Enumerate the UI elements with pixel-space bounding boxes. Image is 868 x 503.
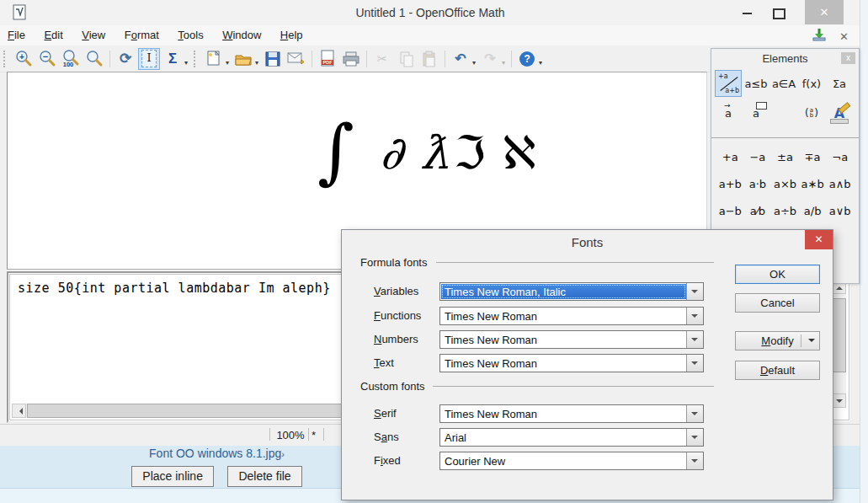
menu-file[interactable]: File — [0, 25, 33, 44]
toolbar-grip[interactable] — [3, 51, 8, 67]
op-item[interactable]: a·b — [744, 178, 772, 190]
modify-button[interactable]: Modify — [735, 331, 820, 350]
toolbar-overflow-icon[interactable]: ▾ — [184, 59, 188, 67]
chevron-down-icon[interactable] — [686, 283, 703, 300]
menu-view[interactable]: View — [74, 25, 113, 44]
category-relations[interactable]: a≤b — [743, 70, 769, 97]
scroll-down-icon[interactable] — [832, 393, 846, 408]
op-item[interactable]: a∨b — [826, 205, 854, 217]
op-item[interactable]: −a — [744, 151, 772, 163]
toolbar-separator — [445, 51, 445, 67]
export-pdf-button[interactable]: PDF — [317, 48, 338, 70]
toolbar-grip[interactable] — [194, 51, 198, 67]
zoom-in-button[interactable]: + — [13, 48, 35, 70]
cancel-button[interactable]: Cancel — [735, 293, 820, 313]
op-item[interactable]: ∓a — [799, 151, 827, 163]
help-button[interactable]: ? — [516, 48, 538, 70]
op-item[interactable]: a×b — [771, 178, 799, 190]
elements-categories-row2: a → a ( ab ) A — [711, 97, 859, 126]
elements-close-icon[interactable]: x — [841, 52, 855, 64]
default-button[interactable]: Default — [735, 361, 820, 380]
undo-dropdown-icon[interactable]: ▾ — [472, 59, 476, 67]
browser-scrollbar[interactable] — [860, 0, 868, 503]
text-combobox[interactable]: Times New Roman — [439, 354, 704, 372]
formula-cursor-toggle[interactable]: I — [138, 48, 160, 70]
title-bar[interactable]: Untitled 1 - OpenOffice Math ✕ — [0, 0, 860, 25]
chevron-down-icon[interactable] — [686, 429, 703, 446]
category-operators[interactable]: Σa — [826, 70, 853, 97]
zoom-out-button[interactable]: − — [36, 48, 58, 70]
window-title: Untitled 1 - OpenOffice Math — [0, 6, 860, 19]
place-inline-button[interactable]: Place inline — [131, 466, 214, 487]
menu-tools[interactable]: Tools — [170, 25, 210, 44]
serif-combobox[interactable]: Times New Roman — [439, 404, 704, 423]
numbers-label: Numbers — [374, 333, 418, 345]
menu-help[interactable]: Help — [273, 25, 311, 44]
print-button[interactable] — [340, 48, 362, 70]
refresh-button[interactable]: ⟳ — [114, 48, 136, 70]
close-button[interactable]: ✕ — [805, 0, 844, 24]
minimize-button[interactable] — [734, 0, 759, 24]
open-dropdown-icon[interactable]: ▾ — [255, 59, 258, 67]
category-formats[interactable]: A — [826, 99, 853, 126]
delete-file-button[interactable]: Delete file — [227, 466, 301, 487]
toolbar-overflow-icon[interactable]: ▾ — [539, 59, 542, 67]
category-set-operations[interactable]: a∈A — [770, 70, 797, 97]
vertical-scrollbar[interactable] — [832, 280, 846, 408]
ok-button[interactable]: OK — [735, 265, 820, 284]
formula-rendered: ∫ ∂ ƛ ℑ ℵ — [317, 121, 553, 185]
cut-button: ✂ — [371, 48, 393, 70]
download-update-icon[interactable] — [811, 27, 828, 45]
attachment-filename-link[interactable]: Font OO windows 8.1.jpg› — [149, 447, 285, 460]
dialog-close-icon[interactable]: ✕ — [805, 230, 833, 249]
new-document-button[interactable] — [203, 48, 225, 70]
chevron-down-icon[interactable] — [686, 405, 703, 422]
symbols-catalog-button[interactable]: Σ — [162, 48, 184, 70]
sans-combobox[interactable]: Arial — [439, 428, 704, 447]
op-item[interactable]: a/b — [799, 205, 827, 217]
menu-format[interactable]: Format — [117, 25, 167, 44]
toolbar-separator — [511, 51, 512, 67]
variables-combobox[interactable]: Times New Roman, Italic — [439, 282, 704, 301]
command-text[interactable]: size 50{int partial lambdabar Im aleph} — [18, 281, 331, 296]
category-unary-binary[interactable]: +a a+b — [715, 70, 742, 97]
zoom-fit-button[interactable] — [83, 48, 105, 70]
zoom-level[interactable]: 100% — [274, 429, 306, 441]
send-email-button[interactable] — [285, 48, 307, 70]
category-attributes[interactable]: a → — [715, 99, 742, 126]
chevron-down-icon[interactable] — [686, 355, 703, 372]
numbers-combobox[interactable]: Times New Roman — [439, 330, 704, 349]
op-item[interactable]: +a — [716, 151, 744, 163]
chevron-down-icon[interactable] — [686, 308, 703, 324]
op-item[interactable]: a+b — [716, 178, 744, 190]
op-item[interactable]: ±a — [771, 151, 799, 163]
op-item[interactable]: ¬a — [826, 151, 854, 163]
maximize-button[interactable] — [766, 0, 791, 24]
fixed-combobox[interactable]: Courier New — [439, 452, 704, 470]
category-functions[interactable]: f(x) — [798, 70, 825, 97]
menu-edit[interactable]: Edit — [36, 25, 70, 44]
chevron-down-icon[interactable] — [686, 452, 703, 469]
category-brackets[interactable]: ( ab ) — [798, 99, 825, 126]
open-button[interactable] — [232, 48, 254, 70]
op-item[interactable]: a÷b — [771, 205, 799, 217]
elements-header[interactable]: Elements x — [711, 49, 859, 67]
modify-dropdown-icon[interactable] — [808, 339, 815, 345]
zoom-100-button[interactable]: 100 — [60, 48, 82, 70]
undo-button[interactable]: ↶ — [450, 48, 471, 70]
document-close-icon[interactable]: ✕ — [839, 30, 849, 43]
op-item[interactable]: a⁄b — [744, 205, 772, 217]
scrollbar-thumb[interactable] — [832, 298, 846, 372]
new-document-dropdown-icon[interactable]: ▾ — [226, 59, 229, 67]
op-item[interactable]: a−b — [716, 205, 744, 217]
formula-fonts-group-label: Formula fonts — [360, 256, 427, 269]
chevron-down-icon[interactable] — [686, 331, 703, 348]
save-button[interactable] — [262, 48, 284, 70]
scroll-left-icon[interactable] — [12, 404, 26, 418]
category-others[interactable]: a — [743, 99, 769, 126]
functions-combobox[interactable]: Times New Roman — [439, 307, 704, 325]
link-arrow-icon: › — [281, 449, 285, 459]
op-item[interactable]: a∧b — [826, 178, 854, 190]
op-item[interactable]: a∗b — [799, 178, 827, 190]
menu-window[interactable]: Window — [215, 25, 269, 44]
